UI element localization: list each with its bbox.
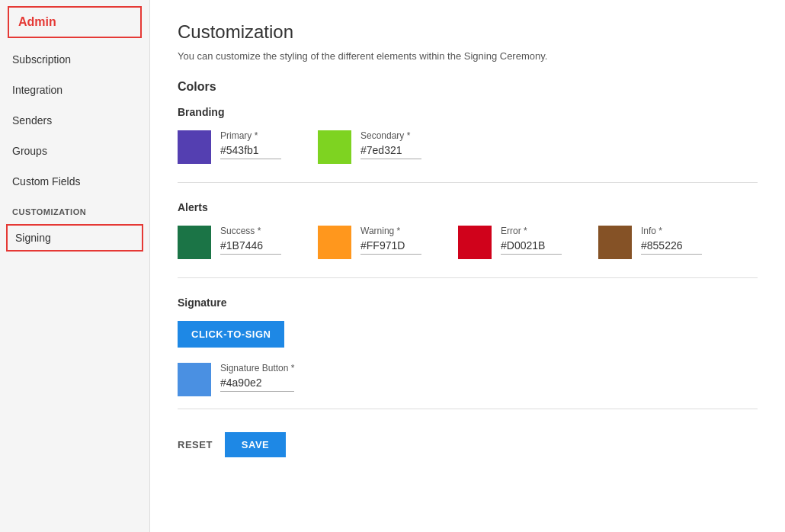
colors-heading: Colors: [178, 80, 758, 94]
branding-divider: [178, 182, 758, 183]
error-field: Error * #D0021B: [501, 226, 562, 255]
customization-section-label: CUSTOMIZATION: [0, 197, 149, 221]
info-value[interactable]: #855226: [641, 239, 702, 255]
warning-field: Warning * #FF971D: [360, 226, 421, 255]
info-swatch[interactable]: [598, 226, 632, 259]
error-value[interactable]: #D0021B: [501, 239, 562, 255]
signature-divider: [178, 409, 758, 409]
signature-button-color-item: Signature Button * #4a90e2: [178, 363, 758, 396]
branding-color-row: Primary * #543fb1 Secondary * #7ed321: [178, 130, 758, 164]
warning-swatch[interactable]: [318, 226, 351, 259]
footer-actions: RESET SAVE: [178, 432, 758, 457]
sidebar-item-integration[interactable]: Integration: [0, 75, 149, 105]
success-label: Success *: [220, 226, 281, 236]
success-swatch[interactable]: [178, 226, 211, 259]
primary-label: Primary *: [220, 130, 281, 141]
error-label: Error *: [501, 226, 562, 236]
secondary-swatch[interactable]: [318, 130, 351, 164]
save-button[interactable]: SAVE: [225, 432, 286, 457]
secondary-color-item: Secondary * #7ed321: [318, 130, 421, 164]
sidebar-item-signing[interactable]: Signing: [6, 224, 143, 252]
warning-value[interactable]: #FF971D: [360, 239, 421, 255]
primary-color-item: Primary * #543fb1: [178, 130, 281, 164]
error-color-item: Error * #D0021B: [458, 226, 562, 259]
info-color-item: Info * #855226: [598, 226, 702, 259]
sidebar-item-custom-fields[interactable]: Custom Fields: [0, 166, 149, 197]
error-swatch[interactable]: [458, 226, 492, 259]
main-content: Customization You can customize the styl…: [150, 0, 785, 532]
sidebar-item-subscription[interactable]: Subscription: [0, 44, 149, 75]
success-value[interactable]: #1B7446: [220, 239, 281, 255]
alerts-color-row: Success * #1B7446 Warning * #FF971D Erro…: [178, 226, 758, 259]
warning-label: Warning *: [360, 226, 421, 236]
signature-button-field: Signature Button * #4a90e2: [220, 363, 294, 392]
sidebar: Admin Subscription Integration Senders G…: [0, 0, 150, 532]
alerts-divider: [178, 277, 758, 278]
page-description: You can customize the styling of the dif…: [178, 50, 758, 62]
reset-button[interactable]: RESET: [178, 439, 213, 450]
signature-button-swatch[interactable]: [178, 363, 211, 396]
alerts-heading: Alerts: [178, 201, 758, 213]
info-label: Info *: [641, 226, 702, 236]
secondary-value[interactable]: #7ed321: [360, 144, 421, 159]
primary-field: Primary * #543fb1: [220, 130, 281, 159]
success-field: Success * #1B7446: [220, 226, 281, 255]
primary-value[interactable]: #543fb1: [220, 144, 281, 159]
click-to-sign-button[interactable]: CLICK-TO-SIGN: [178, 321, 284, 348]
signature-button-label: Signature Button *: [220, 363, 294, 373]
warning-color-item: Warning * #FF971D: [318, 226, 421, 259]
secondary-label: Secondary *: [360, 130, 421, 141]
success-color-item: Success * #1B7446: [178, 226, 281, 259]
branding-heading: Branding: [178, 106, 758, 118]
signature-button-value[interactable]: #4a90e2: [220, 377, 294, 392]
signature-heading: Signature: [178, 296, 758, 309]
secondary-field: Secondary * #7ed321: [360, 130, 421, 159]
sidebar-item-senders[interactable]: Senders: [0, 105, 149, 136]
primary-swatch[interactable]: [178, 130, 211, 164]
page-title: Customization: [178, 21, 758, 43]
sidebar-item-groups[interactable]: Groups: [0, 136, 149, 166]
admin-label[interactable]: Admin: [8, 6, 142, 38]
info-field: Info * #855226: [641, 226, 702, 255]
